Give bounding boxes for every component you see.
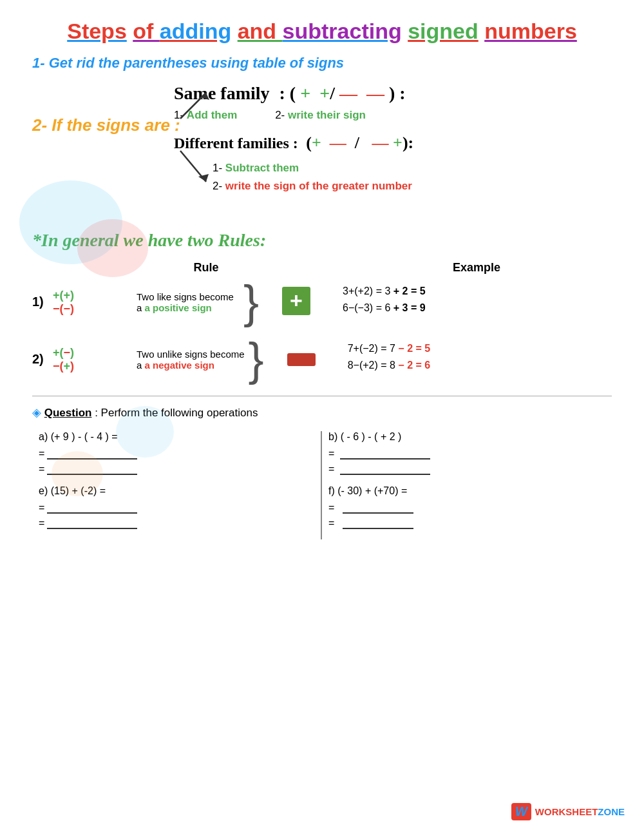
ex-f-line2: = <box>328 518 605 529</box>
rule1-block: 1) +(+) −(−) Two like signs become a a p… <box>32 281 612 323</box>
logo-text: WORKSHEETZONE <box>535 806 625 818</box>
ex-b-line2: = <box>328 463 605 475</box>
rule1-num: 1) <box>32 295 53 309</box>
question-text: : Perform the following operations <box>95 407 258 419</box>
rule1-bracket: } <box>243 281 259 323</box>
rule2-desc: Two unlike signs become a a negative sig… <box>137 349 245 371</box>
rule1-signs-plus: +(+) <box>53 289 137 302</box>
minus-icon <box>277 353 326 366</box>
rule2-examples: 7+(−2) = 7 − 2 = 5 8−(+2) = 8 − 2 = 6 <box>335 343 612 376</box>
ex-b-line1: = <box>328 448 605 460</box>
ex-f-line1: = <box>328 502 605 514</box>
rule2-signs-minus: −(+) <box>53 360 137 373</box>
exercise-a: a) (+ 9 ) - ( - 4 ) = = = <box>39 431 314 475</box>
arrow-same-family <box>135 83 213 125</box>
rule1-ex1: 3+(+2) = 3 + 2 = 5 <box>343 285 612 297</box>
ex-b-question: b) ( - 6 ) - ( + 2 ) <box>328 431 605 443</box>
page: Steps of adding and subtracting signed n… <box>0 0 644 832</box>
col-rule: Rule <box>71 261 341 275</box>
ex-e-question: e) (15) + (-2) = <box>39 485 314 497</box>
signs-area: 2- If the signs are : Same family : ( + … <box>32 83 612 212</box>
question-heading: ◈ Question : Perform the following opera… <box>32 405 612 420</box>
add-rule-row: 1- Add them 2- write their sign <box>174 109 612 122</box>
subtract-rules: 1- Subtract them 2- write the sign of th… <box>213 162 612 193</box>
rule2-bracket: } <box>249 338 264 380</box>
rule2-ex1: 7+(−2) = 7 − 2 = 5 <box>348 343 612 354</box>
question-section: ◈ Question : Perform the following opera… <box>32 396 612 539</box>
ex-a-line1: = <box>39 448 314 460</box>
question-label: Question <box>44 407 92 419</box>
same-family-row: Same family : ( + +/ — — ) : <box>174 83 612 104</box>
rule1-examples: 3+(+2) = 3 + 2 = 5 6−(−3) = 6 + 3 = 9 <box>330 285 612 319</box>
diff-family-formula: (+ — / — +): <box>302 133 413 153</box>
subtract-rule-1: 1- Subtract them <box>213 162 612 175</box>
rule1-desc: Two like signs become a a positive sign <box>137 291 240 313</box>
rule2-block: 2) +(−) −(+) Two unlike signs become a a… <box>32 338 612 380</box>
exercises-grid: a) (+ 9 ) - ( - 4 ) = = = e) (15) + (-2)… <box>32 431 612 539</box>
ex-a-question: a) (+ 9 ) - ( - 4 ) = <box>39 431 314 443</box>
question-diamond: ◈ <box>32 406 41 419</box>
rule1-ex2: 6−(−3) = 6 + 3 = 9 <box>343 302 612 314</box>
exercise-b: b) ( - 6 ) - ( + 2 ) = = <box>328 431 605 475</box>
rules-header-row: Rule Example <box>32 261 612 275</box>
col-example: Example <box>341 261 612 275</box>
arrow-diff-family <box>135 144 213 196</box>
main-title: Steps of adding and subtracting signed n… <box>32 19 612 43</box>
ex-e-line1: = <box>39 502 314 514</box>
rule-same-2: 2- write their sign <box>263 109 366 122</box>
subtract-rule-2: 2- write the sign of the greater number <box>213 180 612 193</box>
rule2-signs-plus: +(−) <box>53 346 137 360</box>
logo-area: W WORKSHEETZONE <box>511 803 625 820</box>
ex-f-question: f) (- 30) + (+70) = <box>328 485 605 497</box>
different-family-row: Different families : (+ — / — +): <box>174 133 612 153</box>
logo-w-badge: W <box>511 803 531 820</box>
rule2-ex2: 8−(+2) = 8 − 2 = 6 <box>348 360 612 371</box>
rules-table: Rule Example 1) +(+) −(−) Two like signs… <box>32 261 612 380</box>
same-family-formula: : ( + +/ — — ) : <box>275 83 406 104</box>
rule2-num: 2) <box>32 352 53 367</box>
exercise-col-right: b) ( - 6 ) - ( + 2 ) = = f) (- 30) + (+7… <box>322 431 612 539</box>
exercise-col-left: a) (+ 9 ) - ( - 4 ) = = = e) (15) + (-2)… <box>32 431 322 539</box>
exercise-e: e) (15) + (-2) = = = <box>39 485 314 529</box>
exercise-f: f) (- 30) + (+70) = = = <box>328 485 605 529</box>
step1-heading: 1- Get rid the parentheses using table o… <box>32 55 612 72</box>
rule1-signs-minus: −(−) <box>53 302 137 316</box>
ex-e-line2: = <box>39 518 314 529</box>
general-rules-heading: *In general we have two Rules: <box>32 230 612 251</box>
ex-a-line2: = <box>39 463 314 475</box>
plus-icon <box>272 287 321 318</box>
